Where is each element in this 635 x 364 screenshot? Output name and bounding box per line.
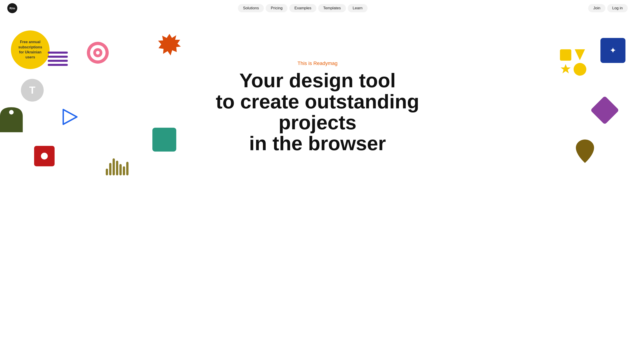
text-t-icon: T — [21, 79, 44, 102]
pin-icon — [575, 139, 595, 164]
play-icon — [59, 106, 80, 128]
wave-bar-1 — [106, 168, 108, 176]
teal-square-icon — [152, 128, 176, 152]
blue-sparkle-tile: ✦ — [600, 38, 625, 63]
wave-bar-5 — [119, 164, 122, 176]
nav-examples[interactable]: Examples — [289, 4, 316, 12]
hero-title: Your design tool to create outstanding p… — [215, 70, 420, 154]
svg-rect-5 — [560, 49, 571, 61]
nav-pricing[interactable]: Pricing — [266, 4, 287, 12]
svg-marker-6 — [575, 49, 585, 60]
logo[interactable]: R/m — [7, 3, 17, 13]
svg-marker-4 — [158, 34, 181, 56]
record-icon — [34, 146, 55, 166]
svg-point-3 — [96, 51, 100, 54]
nav-learn[interactable]: Learn — [348, 4, 368, 12]
sparkle-icon: ✦ — [609, 46, 616, 55]
hero-section: Free annual subscriptions for Ukrainian … — [0, 16, 635, 203]
diamond-icon — [590, 96, 619, 124]
wave-bar-4 — [116, 161, 118, 176]
login-button[interactable]: Log in — [607, 4, 628, 12]
ukraine-badge[interactable]: Free annual subscriptions for Ukrainian … — [11, 30, 50, 69]
wave-bar-7 — [126, 162, 129, 176]
wave-bar-6 — [123, 166, 125, 176]
nav-links: Solutions Pricing Examples Templates Lea… — [238, 4, 368, 12]
svg-marker-7 — [561, 64, 571, 74]
join-button[interactable]: Join — [588, 4, 605, 12]
navbar: R/m Solutions Pricing Examples Templates… — [0, 0, 635, 16]
nav-templates[interactable]: Templates — [318, 4, 346, 12]
bullseye-icon — [86, 41, 109, 65]
svg-point-9 — [9, 110, 14, 114]
hero-subtitle: This is Readymag — [297, 60, 338, 66]
nav-solutions[interactable]: Solutions — [238, 4, 264, 12]
waveform-icon — [106, 157, 129, 176]
text-lines-icon — [48, 52, 68, 68]
starburst-icon — [158, 34, 181, 57]
wave-bar-2 — [109, 163, 111, 176]
yellow-shapes-icon — [560, 49, 587, 78]
tag-shape-icon — [0, 107, 23, 131]
wave-bar-3 — [113, 158, 115, 176]
white-dot — [41, 153, 48, 160]
nav-actions: Join Log in — [588, 4, 628, 12]
svg-point-8 — [574, 63, 586, 76]
